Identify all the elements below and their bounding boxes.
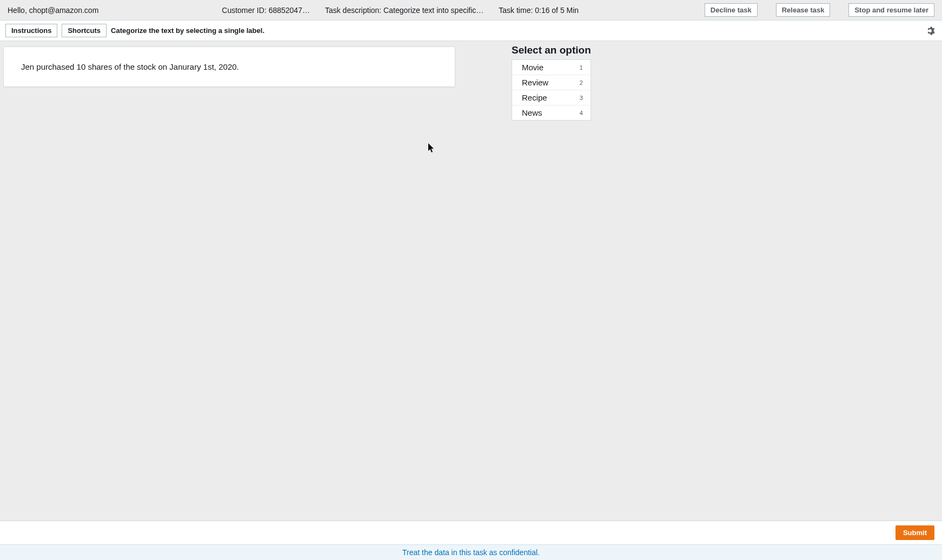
settings-icon[interactable] — [926, 26, 934, 35]
submit-button[interactable]: Submit — [895, 525, 934, 540]
customer-id-text: Customer ID: 68852047… — [222, 6, 310, 15]
top-bar: Hello, chopt@amazon.com Customer ID: 688… — [0, 0, 942, 21]
options-heading: Select an option — [512, 44, 591, 56]
confidential-text: Treat the data in this task as confident… — [402, 548, 540, 557]
option-label: Movie — [522, 63, 572, 72]
option-recipe[interactable]: Recipe 3 — [512, 90, 591, 105]
option-shortcut: 3 — [580, 95, 583, 101]
footer-bar: Submit — [0, 521, 942, 544]
instructions-button[interactable]: Instructions — [5, 24, 57, 37]
option-label: News — [522, 108, 572, 117]
sub-bar: Instructions Shortcuts Categorize the te… — [0, 21, 942, 41]
option-review[interactable]: Review 2 — [512, 75, 591, 90]
greeting-text: Hello, chopt@amazon.com — [8, 6, 98, 15]
stop-resume-button[interactable]: Stop and resume later — [848, 3, 934, 17]
option-shortcut: 2 — [580, 79, 583, 86]
task-hint-text: Categorize the text by selecting a singl… — [111, 26, 264, 35]
text-panel: Jen purchased 10 shares of the stock on … — [3, 46, 455, 87]
option-shortcut: 4 — [580, 110, 583, 116]
option-news[interactable]: News 4 — [512, 105, 591, 120]
task-description-text: Task description: Categorize text into s… — [325, 6, 483, 15]
options-panel: Select an option Movie 1 Review 2 Recipe… — [512, 44, 591, 121]
decline-task-button[interactable]: Decline task — [705, 3, 758, 17]
option-movie[interactable]: Movie 1 — [512, 60, 591, 75]
release-task-button[interactable]: Release task — [776, 3, 831, 17]
task-text: Jen purchased 10 shares of the stock on … — [21, 62, 437, 71]
option-label: Recipe — [522, 93, 572, 102]
shortcuts-button[interactable]: Shortcuts — [62, 24, 107, 37]
cursor-icon — [428, 143, 435, 153]
option-list: Movie 1 Review 2 Recipe 3 News 4 — [512, 59, 591, 121]
workspace: Jen purchased 10 shares of the stock on … — [0, 41, 942, 521]
confidential-strip: Treat the data in this task as confident… — [0, 544, 942, 560]
option-shortcut: 1 — [580, 64, 583, 71]
option-label: Review — [522, 78, 572, 87]
task-time-text: Task time: 0:16 of 5 Min — [499, 6, 579, 15]
